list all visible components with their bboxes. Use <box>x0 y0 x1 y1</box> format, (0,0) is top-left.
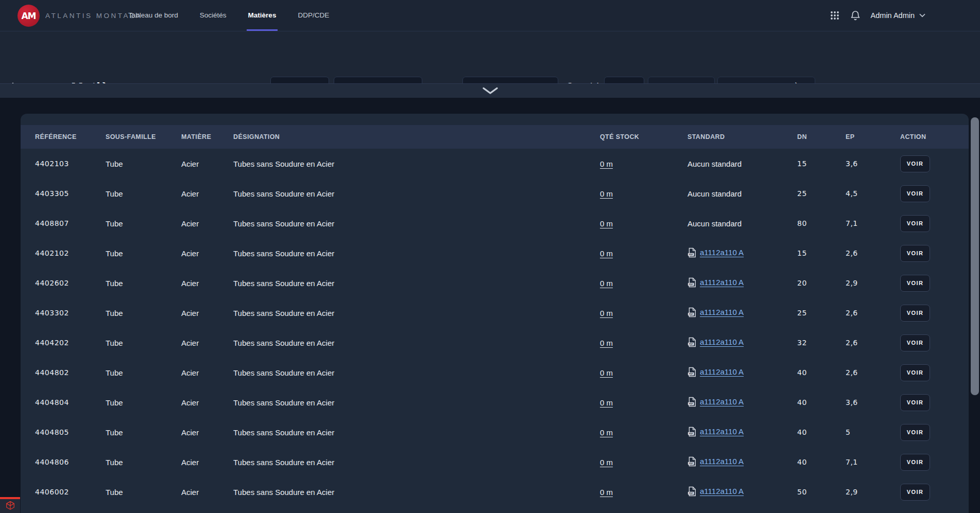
cell-action: VOIR <box>900 149 969 179</box>
top-navbar: AM ATLANTIS MONTAZA Tableau de bord Soci… <box>0 0 980 31</box>
nav-item-ddp-cde[interactable]: DDP/CDE <box>296 0 331 31</box>
standard-link[interactable]: a1112a110 A <box>700 457 744 466</box>
cell-qte-stock: 0 m <box>600 447 687 477</box>
user-menu[interactable]: Admin Admin <box>871 11 925 20</box>
apps-grid-icon[interactable] <box>830 10 840 21</box>
cell-qte-stock: 0 m <box>600 268 687 298</box>
voir-button[interactable]: VOIR <box>900 215 930 232</box>
standard-link[interactable]: a1112a110 A <box>700 248 744 257</box>
table-row: 4404806 Tube Acier Tubes sans Soudure en… <box>21 447 969 477</box>
voir-button[interactable]: VOIR <box>900 275 930 292</box>
standard-link[interactable]: a1112a110 A <box>700 367 744 376</box>
cell-matiere: Acier <box>181 238 233 268</box>
standard-link[interactable]: a1112a110 A <box>700 338 744 346</box>
cell-reference: 4402102 <box>21 238 106 268</box>
standard-link[interactable]: a1112a110 A <box>700 397 744 406</box>
cell-action: VOIR <box>900 358 969 387</box>
laravel-debugbar-toggle[interactable] <box>0 497 20 513</box>
stock-link[interactable]: 0 m <box>600 249 613 258</box>
cell-reference: 4402602 <box>21 268 106 298</box>
nav-item-matieres[interactable]: Matières <box>247 0 278 31</box>
voir-button[interactable]: VOIR <box>900 364 930 381</box>
voir-button[interactable]: VOIR <box>900 155 930 172</box>
table-row: 4403305 Tube Acier Tubes sans Soudure en… <box>21 179 969 208</box>
standard-link[interactable]: a1112a110 A <box>700 487 744 496</box>
stock-link[interactable]: 0 m <box>600 160 613 168</box>
cell-matiere: Acier <box>181 417 233 447</box>
cell-designation: Tubes sans Soudure en Acier <box>233 238 600 268</box>
stock-link[interactable]: 0 m <box>600 339 613 347</box>
voir-button[interactable]: VOIR <box>900 484 930 501</box>
navbar-right-cluster: Admin Admin <box>830 0 925 31</box>
cell-matiere: Acier <box>181 179 233 208</box>
col-header-ep: EP <box>846 125 900 149</box>
pdf-file-icon: PDF <box>687 337 696 347</box>
cell-action: VOIR <box>900 208 969 238</box>
stock-link[interactable]: 0 m <box>600 219 613 228</box>
cell-designation: Tubes sans Soudure en Acier <box>233 179 600 208</box>
cell-sous-famille: Tube <box>106 298 181 328</box>
voir-button[interactable]: VOIR <box>900 245 930 262</box>
cell-standard: PDFa1112a110 A <box>687 387 797 417</box>
stock-link[interactable]: 0 m <box>600 189 613 198</box>
stock-link[interactable]: 0 m <box>600 398 613 407</box>
stock-link[interactable]: 0 m <box>600 368 613 377</box>
standard-link[interactable]: a1112a110 A <box>700 278 744 287</box>
stock-link[interactable]: 0 m <box>600 428 613 437</box>
cell-designation: Tubes sans Soudure en Acier <box>233 298 600 328</box>
col-header-action: ACTION <box>900 125 969 149</box>
cell-dn: 15 <box>797 238 846 268</box>
voir-button[interactable]: VOIR <box>900 185 930 202</box>
standard-link[interactable]: a1112a110 A <box>700 427 744 436</box>
cell-standard: PDFa1112a110 A <box>687 477 797 507</box>
filters-collapse-band[interactable] <box>0 83 980 98</box>
cell-standard: Aucun standard <box>687 208 797 238</box>
stock-link[interactable]: 0 m <box>600 458 613 467</box>
nav-item-tableau-de-bord[interactable]: Tableau de bord <box>127 0 180 31</box>
cell-ep: 2,6 <box>846 328 900 358</box>
voir-button[interactable]: VOIR <box>900 454 930 471</box>
chevron-down-icon <box>919 13 925 17</box>
cell-sous-famille: Tube <box>106 238 181 268</box>
stock-link[interactable]: 0 m <box>600 309 613 317</box>
table-row: 4406002 Tube Acier Tubes sans Soudure en… <box>21 477 969 507</box>
voir-button[interactable]: VOIR <box>900 394 930 411</box>
cell-sous-famille: Tube <box>106 387 181 417</box>
pdf-file-icon: PDF <box>687 486 696 497</box>
cell-qte-stock: 0 m <box>600 208 687 238</box>
cell-designation: Tubes sans Soudure en Acier <box>233 447 600 477</box>
cell-matiere: Acier <box>181 268 233 298</box>
stock-link[interactable]: 0 m <box>600 488 613 497</box>
pdf-file-icon: PDF <box>687 456 696 467</box>
col-header-designation: DÉSIGNATION <box>233 125 600 149</box>
cell-action: VOIR <box>900 328 969 358</box>
table-row: 4402102 Tube Acier Tubes sans Soudure en… <box>21 238 969 268</box>
svg-text:PDF: PDF <box>689 432 693 435</box>
cell-reference: 4404202 <box>21 328 106 358</box>
table-body: 4402103 Tube Acier Tubes sans Soudure en… <box>21 149 969 507</box>
voir-button[interactable]: VOIR <box>900 424 930 441</box>
cell-action: VOIR <box>900 179 969 208</box>
cell-matiere: Acier <box>181 328 233 358</box>
stock-link[interactable]: 0 m <box>600 279 613 288</box>
svg-text:PDF: PDF <box>689 373 693 375</box>
cell-dn: 25 <box>797 298 846 328</box>
cell-ep: 3,6 <box>846 387 900 417</box>
cell-dn: 50 <box>797 477 846 507</box>
voir-button[interactable]: VOIR <box>900 334 930 351</box>
table-row: 4404804 Tube Acier Tubes sans Soudure en… <box>21 387 969 417</box>
cell-ep: 2,9 <box>846 477 900 507</box>
cell-dn: 32 <box>797 328 846 358</box>
svg-text:PDF: PDF <box>689 462 693 465</box>
col-header-standard: STANDARD <box>687 125 797 149</box>
scrollbar-thumb[interactable] <box>971 117 979 395</box>
cell-dn: 40 <box>797 387 846 417</box>
standard-link[interactable]: a1112a110 A <box>700 308 744 316</box>
page-subheader: Matières matière Tube (249) Quantité REC… <box>0 31 980 83</box>
brand-logo[interactable]: AM <box>18 5 40 27</box>
bell-icon[interactable] <box>850 10 861 21</box>
nav-item-societes[interactable]: Sociétés <box>198 0 228 31</box>
voir-button[interactable]: VOIR <box>900 305 930 322</box>
cell-ep: 2,6 <box>846 238 900 268</box>
cell-ep: 5 <box>846 417 900 447</box>
